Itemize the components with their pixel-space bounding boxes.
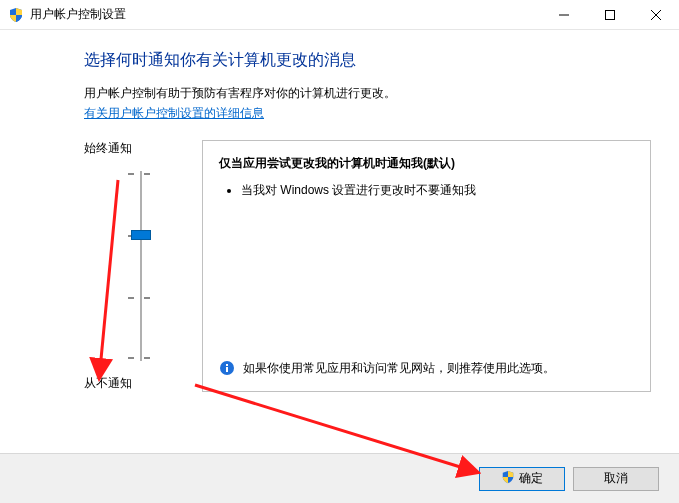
info-icon (219, 360, 235, 376)
slider-label-top: 始终通知 (84, 140, 194, 157)
slider-column: 始终通知 从不通知 (84, 140, 194, 392)
notification-slider[interactable] (112, 171, 194, 361)
ok-button[interactable]: 确定 (479, 467, 565, 491)
slider-label-bottom: 从不通知 (84, 375, 194, 392)
recommendation: 如果你使用常见应用和访问常见网站，则推荐使用此选项。 (219, 350, 634, 377)
shield-icon (501, 470, 515, 487)
slider-thumb[interactable] (131, 230, 151, 240)
shield-icon (8, 7, 24, 23)
titlebar: 用户帐户控制设置 (0, 0, 679, 30)
minimize-button[interactable] (541, 0, 587, 30)
footer: 确定 取消 (0, 453, 679, 503)
recommendation-text: 如果你使用常见应用和访问常见网站，则推荐使用此选项。 (243, 360, 555, 377)
svg-rect-3 (226, 364, 228, 366)
description-list: 当我对 Windows 设置进行更改时不要通知我 (219, 182, 634, 199)
content-area: 选择何时通知你有关计算机更改的消息 用户帐户控制有助于预防有害程序对你的计算机进… (0, 30, 679, 453)
description-bullet: 当我对 Windows 设置进行更改时不要通知我 (241, 182, 634, 199)
window-title: 用户帐户控制设置 (30, 6, 126, 23)
svg-rect-0 (606, 10, 615, 19)
cancel-button-label: 取消 (604, 470, 628, 487)
close-button[interactable] (633, 0, 679, 30)
maximize-button[interactable] (587, 0, 633, 30)
description-title: 仅当应用尝试更改我的计算机时通知我(默认) (219, 155, 634, 172)
page-heading: 选择何时通知你有关计算机更改的消息 (84, 50, 651, 71)
description-box: 仅当应用尝试更改我的计算机时通知我(默认) 当我对 Windows 设置进行更改… (202, 140, 651, 392)
svg-rect-2 (226, 367, 228, 372)
page-subtext: 用户帐户控制有助于预防有害程序对你的计算机进行更改。 (84, 85, 651, 102)
ok-button-label: 确定 (519, 470, 543, 487)
cancel-button[interactable]: 取消 (573, 467, 659, 491)
more-info-link[interactable]: 有关用户帐户控制设置的详细信息 (84, 105, 264, 122)
